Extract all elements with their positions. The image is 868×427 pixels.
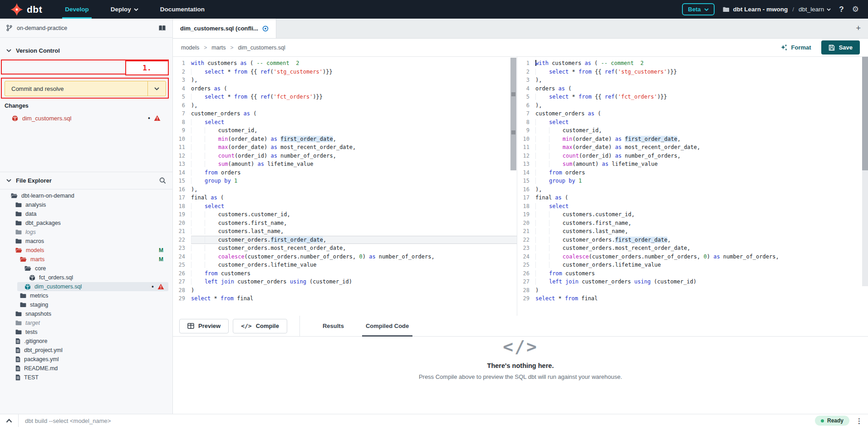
breadcrumb-item[interactable]: models xyxy=(181,45,199,51)
add-tab-button[interactable]: + xyxy=(848,24,868,33)
docs-book-icon[interactable] xyxy=(158,25,166,31)
chevron-down-icon xyxy=(704,8,709,11)
code-icon-large: </> xyxy=(173,337,868,357)
git-branch-row[interactable]: on-demand-practice xyxy=(0,19,172,38)
sql-code[interactable]: 1with customers as ( -- comment 22 selec… xyxy=(173,57,517,303)
line-number: 18 xyxy=(517,202,535,211)
nav-tab-deploy[interactable]: Deploy xyxy=(100,0,149,19)
file-explorer-header[interactable]: File Explorer xyxy=(0,172,172,189)
environment-selector[interactable]: dbt_learn xyxy=(799,6,831,13)
results-tabs: ResultsCompiled Code xyxy=(312,316,420,337)
breadcrumb-item[interactable]: dim_customers.sql xyxy=(238,45,285,51)
line-number: 28 xyxy=(173,286,191,295)
search-icon[interactable] xyxy=(159,177,166,184)
nav-tab-documentation[interactable]: Documentation xyxy=(149,0,216,19)
file-tree-item[interactable]: martsM xyxy=(0,255,172,264)
file-tree-item[interactable]: dim_customers.sql• xyxy=(0,282,172,291)
line-number: 25 xyxy=(517,261,535,269)
file-tree-item[interactable]: core xyxy=(0,264,172,273)
editor-tab-bar: dim_customers.sql (confli... + xyxy=(173,19,868,39)
sidebar: on-demand-practice Version Control Commi… xyxy=(0,19,173,414)
pane-scrollbar[interactable] xyxy=(510,58,516,316)
file-tree-item[interactable]: .gitignore xyxy=(0,337,172,346)
scrollbar-thumb[interactable] xyxy=(510,58,516,170)
folder-icon xyxy=(15,238,22,244)
save-button[interactable]: Save xyxy=(821,40,860,55)
results-tab-results[interactable]: Results xyxy=(323,316,344,337)
ready-dot-icon xyxy=(821,419,824,422)
help-icon[interactable]: ? xyxy=(839,5,843,14)
editor-tab-dim-customers[interactable]: dim_customers.sql (confli... xyxy=(173,19,276,38)
folder-icon xyxy=(723,7,730,12)
line-number: 13 xyxy=(173,160,191,169)
line-number: 8 xyxy=(173,118,191,127)
modified-badge: M xyxy=(159,256,172,263)
commit-options-caret[interactable] xyxy=(147,81,166,96)
project-name[interactable]: dbt Learn - mwong xyxy=(733,6,788,13)
preview-label: Preview xyxy=(198,323,221,329)
nav-tab-develop[interactable]: Develop xyxy=(54,0,100,19)
file-tree-item[interactable]: dbt_packages xyxy=(0,218,172,228)
kebab-menu-icon[interactable]: ⋮ xyxy=(856,417,868,424)
scrollbar-thumb[interactable] xyxy=(862,57,868,170)
line-number: 15 xyxy=(173,177,191,185)
dbt-cloud-ide-window: dbt DevelopDeployDocumentation Beta dbt … xyxy=(0,0,868,427)
command-input[interactable] xyxy=(19,417,815,424)
file-tree-item[interactable]: analysis xyxy=(0,200,172,209)
preview-button[interactable]: Preview xyxy=(179,319,229,333)
sql-code[interactable]: 1with customers as ( -- comment 22 selec… xyxy=(517,57,868,303)
file-tree-item[interactable]: metrics xyxy=(0,291,172,300)
file-tree-item[interactable]: staging xyxy=(0,300,172,309)
dbt-logo[interactable]: dbt xyxy=(0,3,54,16)
environment-name: dbt_learn xyxy=(799,6,824,13)
file-tree-item[interactable]: dbt_project.yml xyxy=(0,346,172,355)
editor-pane-right[interactable]: 1with customers as ( -- comment 22 selec… xyxy=(517,57,868,316)
line-number: 11 xyxy=(517,143,535,152)
file-tree-item[interactable]: README.md xyxy=(0,364,172,373)
file-tree-item[interactable]: TEST xyxy=(0,373,172,382)
file-tree-label: metrics xyxy=(30,293,48,299)
file-tree-item[interactable]: macros xyxy=(0,237,172,246)
editor-scrollbar-right[interactable] xyxy=(862,57,868,286)
empty-results-state: </> There's nothing here. Press Compile … xyxy=(173,337,868,380)
line-number: 12 xyxy=(173,152,191,160)
line-number: 7 xyxy=(173,109,191,118)
line-number: 29 xyxy=(173,294,191,303)
file-tree-item[interactable]: fct_orders.sql xyxy=(0,273,172,282)
results-tab-compiled-code[interactable]: Compiled Code xyxy=(366,316,409,337)
file-tree-label: fct_orders.sql xyxy=(39,274,73,281)
file-tree-item[interactable]: modelsM xyxy=(0,246,172,255)
breadcrumb-item[interactable]: marts xyxy=(211,45,226,51)
file-tree-item[interactable]: tests xyxy=(0,328,172,337)
format-button[interactable]: Format xyxy=(780,44,811,51)
file-tree-item[interactable]: data xyxy=(0,209,172,218)
chevron-right-icon: > xyxy=(204,45,207,51)
save-label: Save xyxy=(839,44,853,51)
line-number: 19 xyxy=(173,210,191,219)
beta-toggle[interactable]: Beta xyxy=(682,3,714,15)
top-nav: dbt DevelopDeployDocumentation Beta dbt … xyxy=(0,0,868,19)
line-number: 21 xyxy=(173,227,191,236)
settings-gear-icon[interactable]: ⚙ xyxy=(852,5,859,14)
file-icon xyxy=(15,338,20,344)
file-tree-item[interactable]: logs xyxy=(0,228,172,237)
file-tree-item[interactable]: target xyxy=(0,318,172,328)
file-tree-item[interactable]: snapshots xyxy=(0,309,172,318)
compile-button[interactable]: </> Compile xyxy=(233,319,287,333)
line-number: 21 xyxy=(517,227,535,236)
line-number: 5 xyxy=(173,93,191,101)
file-tree-label: TEST xyxy=(24,374,39,381)
dbt-logo-text: dbt xyxy=(27,4,42,15)
line-number: 9 xyxy=(517,126,535,135)
folder-open-icon xyxy=(20,257,27,262)
file-tree-item[interactable]: dbt-learn-on-demand xyxy=(0,191,172,200)
expand-panel-chevron-up-icon[interactable] xyxy=(0,419,18,423)
file-icon xyxy=(15,347,20,353)
commit-and-resolve-button[interactable]: Commit and resolve xyxy=(5,81,166,96)
editor-pane-left[interactable]: 1with customers as ( -- comment 22 selec… xyxy=(173,57,517,316)
file-tree-item[interactable]: packages.yml xyxy=(0,355,172,364)
changed-file-row[interactable]: dim_customers.sql • xyxy=(0,113,169,124)
file-tree-label: data xyxy=(25,211,36,217)
model-cube-icon xyxy=(25,283,31,290)
version-control-header[interactable]: Version Control xyxy=(0,41,172,60)
